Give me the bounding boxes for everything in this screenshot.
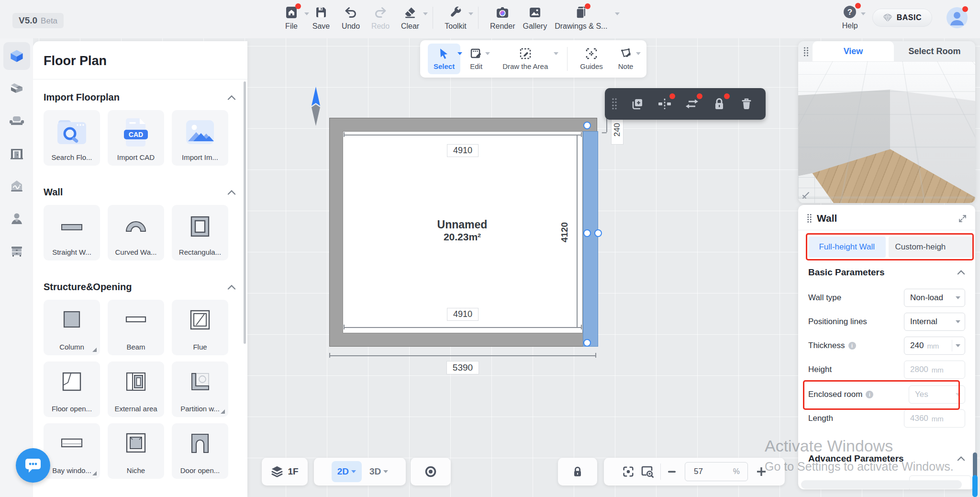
rail-item-storage[interactable] [3, 237, 30, 265]
rail-item-floorplan[interactable] [3, 42, 30, 70]
drag-handle-icon[interactable] [807, 214, 812, 223]
delete-button[interactable] [739, 97, 754, 111]
zoom-region-icon[interactable] [641, 465, 654, 478]
dim-label-overall[interactable]: 5390 [446, 361, 479, 374]
straight-wall-card[interactable]: Straight W... [44, 205, 100, 260]
basic-parameters-header[interactable]: Basic Parameters [808, 267, 965, 278]
scrollbar[interactable] [244, 81, 246, 344]
select-tool[interactable]: Select [428, 44, 460, 74]
horizontal-scrollbar[interactable] [801, 480, 962, 489]
floor-opening-icon [56, 368, 87, 398]
zoom-in-button[interactable] [756, 466, 767, 477]
vertical-scrollbar-thumb[interactable] [972, 475, 978, 497]
edit-icon [470, 47, 482, 60]
help-button[interactable]: ? Help [842, 5, 858, 30]
tab-view[interactable]: View [813, 41, 894, 61]
dim-label-bottom[interactable]: 4910 [447, 308, 479, 321]
tab-select-room[interactable]: Select Room [894, 41, 975, 61]
info-icon[interactable]: i [848, 342, 856, 350]
search-floorplan-card[interactable]: Search Flo... [44, 110, 100, 166]
import-cad-card[interactable]: CAD Import CAD [108, 110, 164, 166]
chevron-down-icon [554, 52, 558, 55]
expand-panel-icon[interactable] [958, 215, 967, 223]
curved-wall-card[interactable]: Curved Wa... [108, 205, 164, 260]
section-header[interactable]: Structure&Opening [44, 282, 236, 293]
room-label[interactable]: Unnamed 20.23m² [390, 218, 534, 243]
3d-preview[interactable] [798, 61, 975, 203]
lock-view-button[interactable] [558, 458, 597, 486]
resize-handle-icon[interactable] [802, 192, 810, 199]
zoom-level-input[interactable]: 57 % [685, 462, 748, 481]
beam-card[interactable]: Beam [108, 300, 164, 355]
fit-view-icon[interactable] [622, 465, 635, 478]
drawings-schemes-button[interactable]: Drawings & S... [551, 6, 614, 31]
wall-handle-top[interactable] [583, 122, 591, 129]
render-button[interactable]: Render [486, 6, 519, 31]
beam-icon [121, 306, 151, 337]
wall-type-select[interactable]: Non-load [904, 289, 965, 307]
custom-height-wall-tab[interactable]: Custom-heigh [889, 237, 973, 258]
undo-icon [344, 6, 357, 19]
dim-label-top[interactable]: 4910 [447, 144, 479, 157]
column-icon [56, 306, 87, 337]
info-icon[interactable]: i [866, 391, 873, 398]
rail-item-account[interactable] [3, 205, 30, 233]
clear-button[interactable]: Clear [395, 6, 425, 31]
wall-handle-middle-left[interactable] [583, 229, 591, 237]
section-wall: Wall Straight W... Curved Wa... [44, 187, 236, 260]
thickness-input[interactable]: 240 mm [904, 337, 965, 355]
duplicate-button[interactable] [630, 97, 645, 111]
mode-3d-button[interactable]: 3D [369, 466, 388, 477]
plan-badge[interactable]: BASIC [872, 9, 932, 27]
floor-opening-card[interactable]: Floor open... [44, 361, 100, 417]
door-opening-card[interactable]: Door open... [172, 423, 228, 479]
niche-card[interactable]: Niche [108, 423, 164, 479]
save-button[interactable]: Save [306, 6, 336, 31]
flip-wall-button[interactable] [685, 97, 699, 111]
param-row-length: Length 4360 mm [808, 409, 965, 428]
chat-support-button[interactable] [16, 448, 50, 483]
file-button[interactable]: File [277, 6, 306, 31]
redo-button[interactable]: Redo [366, 6, 395, 31]
visibility-button[interactable] [411, 458, 451, 486]
positioning-lines-select[interactable]: Internal [904, 313, 965, 331]
rail-item-modules[interactable] [3, 75, 30, 102]
section-header[interactable]: Import Floorplan [44, 92, 236, 103]
guides-tool[interactable]: Guides [574, 44, 609, 74]
lock-wall-button[interactable] [712, 97, 726, 111]
section-header[interactable]: Wall [44, 187, 236, 198]
rail-item-ai-design[interactable] [3, 172, 30, 200]
flue-card[interactable]: Flue [172, 300, 228, 355]
chevron-down-icon [383, 470, 388, 473]
rail-item-doors-windows[interactable] [3, 140, 30, 168]
external-area-card[interactable]: External area [108, 361, 164, 417]
edit-tool[interactable]: Edit [464, 44, 488, 74]
undo-button[interactable]: Undo [336, 6, 366, 31]
param-row-positioning-lines: Positioning lines Internal [808, 313, 965, 331]
note-tool[interactable]: Note [612, 44, 639, 74]
drag-handle-icon[interactable] [803, 46, 809, 57]
gallery-button[interactable]: Gallery [519, 6, 551, 31]
drag-handle-icon[interactable] [612, 98, 617, 110]
full-height-wall-tab[interactable]: Full-height Wall [808, 237, 886, 258]
rail-item-furniture[interactable] [3, 107, 30, 135]
wall-handle-middle-right[interactable] [594, 229, 602, 237]
draw-area-tool[interactable]: Draw the Area [497, 44, 560, 74]
wall-type-segmented: Full-height Wall Custom-heigh [808, 237, 972, 258]
floorplan-drawing[interactable]: 4910 4910 4120 5390 240 Unnamed 20 [329, 118, 597, 347]
toolkit-button[interactable]: Toolkit [441, 6, 470, 31]
floor-selector[interactable]: 1F [262, 458, 308, 486]
account-avatar[interactable] [947, 7, 968, 28]
rectangular-wall-card[interactable]: Rectangula... [172, 205, 228, 260]
wall-handle-bottom[interactable] [583, 339, 591, 347]
import-image-card[interactable]: Import Im... [172, 110, 228, 166]
split-wall-button[interactable] [657, 97, 672, 111]
bay-window-card[interactable]: Bay windo... [44, 423, 100, 479]
mode-2d-button[interactable]: 2D [332, 461, 362, 482]
dim-line-bottom [344, 327, 581, 328]
selected-wall[interactable] [583, 131, 598, 347]
advanced-parameters-header[interactable]: Advanced Parameters [808, 453, 965, 464]
column-card[interactable]: Column [44, 300, 100, 355]
partition-wall-card[interactable]: Partition w... [172, 361, 228, 417]
zoom-out-button[interactable] [667, 467, 677, 476]
